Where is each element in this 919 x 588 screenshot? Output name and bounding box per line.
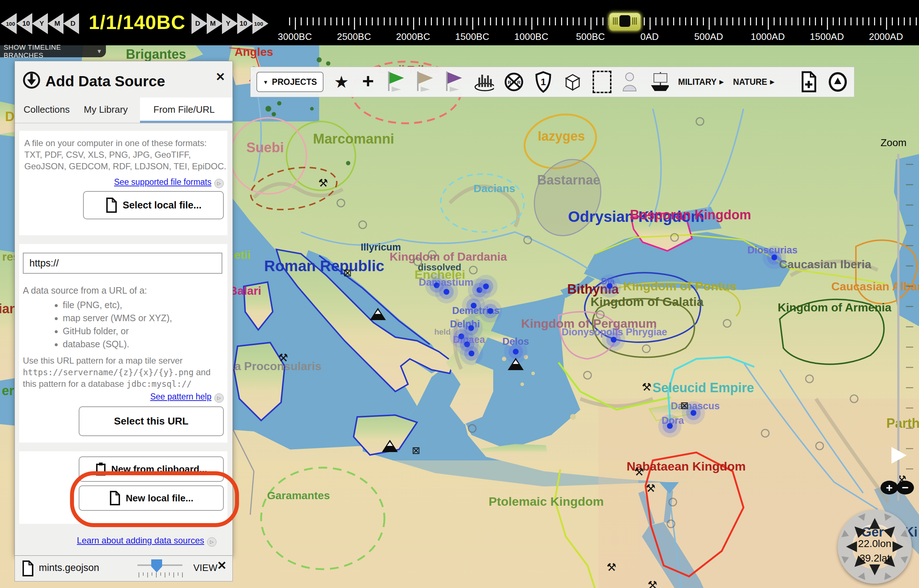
zoom-out-button[interactable]: − [896,481,914,494]
ruler-tick [886,18,887,30]
select-area-icon[interactable] [592,70,612,94]
person-icon[interactable] [621,70,638,94]
ship-icon[interactable] [648,70,669,94]
close-icon[interactable]: ✕ [215,70,225,84]
opacity-tick [147,572,148,577]
new-document-icon[interactable] [800,70,818,94]
new-local-file-button[interactable]: New local file... [79,485,224,511]
close-icon[interactable]: ✕ [217,559,227,572]
ruler-label: 500BC [576,31,605,42]
new-source-card: New from clipboard... New local file... [19,451,227,524]
file-icon [105,197,118,213]
step-back-D[interactable]: D [63,13,79,34]
zoom-tick [906,245,913,246]
ruler-tick [443,18,444,25]
select-this-url-button[interactable]: Select this URL [79,406,224,436]
ruler-tick [319,18,319,25]
timeline-slider-thumb[interactable] [608,12,641,31]
zoom-tick [906,326,913,327]
step-back-100[interactable]: 100 [1,13,17,34]
branches-label: SHOW TIMELINE BRANCHES [3,44,97,60]
military-menu[interactable]: MILITARY ▶ [678,77,724,87]
ruler-tick [466,18,468,25]
ruler-tick [549,18,550,25]
opacity-tick [156,572,157,577]
select-local-file-button[interactable]: Select local file... [83,191,224,219]
ruler-tick [685,18,686,25]
tab-collections[interactable]: Collections [24,104,70,115]
see-formats-link[interactable]: See supported file formats [114,177,212,187]
zoom-in-button[interactable]: + [880,481,898,494]
zoom-tick [906,347,913,348]
ruler-tick [567,18,568,25]
projects-button[interactable]: ▼ PROJECTS [256,72,324,92]
ruler-tick [827,18,828,30]
ruler-tick [591,18,592,30]
zoom-tick [906,387,913,388]
ruler-tick [762,18,763,25]
ruler-tick [307,18,308,25]
step-forward-Y[interactable]: Y [222,13,238,34]
show-timeline-branches-tab[interactable]: SHOW TIMELINE BRANCHES ▼ [0,45,106,57]
ruler-tick [791,18,793,25]
ruler-tick [714,18,715,25]
railroad-crossing-icon[interactable]: RR [503,70,524,94]
zoom-tick [906,367,913,368]
link-arrow-icon[interactable]: ▷ [207,537,217,547]
badge-1-icon[interactable]: 1 [534,70,553,94]
compass-control[interactable]: 22.0lon 39.2lat [838,510,912,584]
tab-my-library[interactable]: My Library [84,104,128,115]
step-forward-10[interactable]: 10 [237,13,253,34]
flag-green-icon[interactable] [386,70,406,94]
step-back-M[interactable]: M [47,13,63,34]
view-button[interactable]: VIEW [193,562,217,573]
ruler-tick [543,18,544,25]
app-window: BrigantesAnglesDuresianer MetiiLugii Tri… [0,0,919,588]
box-icon[interactable] [562,70,583,94]
ruler-label: 2500BC [337,31,371,42]
zoom-slider-track[interactable] [897,154,900,501]
step-back-Y[interactable]: Y [32,13,48,34]
ruler-label: 0AD [641,31,659,42]
ruler-tick [862,18,864,25]
learn-link[interactable]: Learn about adding data sources [77,535,204,545]
ruler-tick [578,18,579,25]
link-arrow-icon[interactable]: ▷ [214,179,224,188]
url-input[interactable]: https:// [23,253,222,274]
chevron-down-icon: ▼ [263,79,269,85]
step-back-10[interactable]: 10 [16,13,32,34]
city-icon[interactable] [473,70,494,94]
ruler-tick [573,18,574,25]
add-icon[interactable]: + [359,70,377,94]
ruler-tick [360,18,361,25]
step-forward-D[interactable]: D [191,13,207,34]
url-card: https:// A data source from a URL of a: … [19,244,227,443]
new-from-clipboard-button[interactable]: New from clipboard... [79,456,224,482]
zoom-tick [906,265,913,267]
ruler-label: 1500AD [810,31,844,42]
zoom-label: Zoom [880,137,907,149]
svg-text:R: R [517,80,521,85]
collapse-icon[interactable] [827,70,848,94]
tile-pattern-code: https://servername/{z}/{x}/{y}.png [23,368,194,377]
step-forward-M[interactable]: M [207,13,223,34]
flag-tan-icon[interactable] [415,70,434,94]
opacity-slider-thumb[interactable] [151,559,162,572]
ruler-tick [596,18,597,25]
opacity-tick [165,572,165,577]
ruler-tick [916,18,917,25]
see-pattern-help-link[interactable]: See pattern help [150,392,212,401]
zoom-tick [906,286,913,287]
nature-menu[interactable]: NATURE ▶ [733,77,774,87]
ruler-tick [354,18,355,30]
tab-from-file-url[interactable]: From File/URL [154,104,215,115]
star-icon[interactable]: ★ [333,70,350,94]
link-arrow-icon[interactable]: ▷ [214,393,224,403]
ruler-tick [868,18,869,25]
ruler-tick [455,18,456,25]
step-forward-100[interactable]: 100 [252,13,269,34]
flag-purple-icon[interactable] [444,70,463,94]
compass-latitude: 39.2lat [838,552,912,564]
file-icon [21,560,34,577]
ruler-tick [880,18,881,25]
